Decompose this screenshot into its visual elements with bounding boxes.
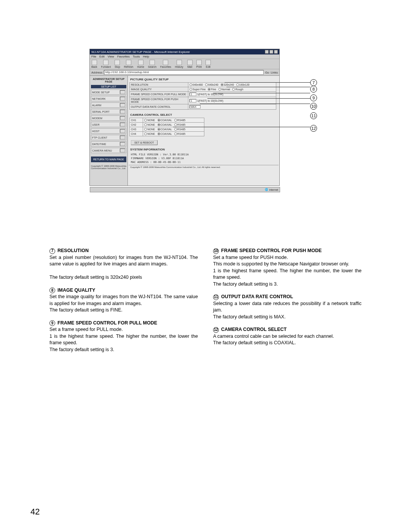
iq-opt-fine[interactable]: Fine <box>208 88 216 91</box>
cc4-rs485[interactable]: RS485 <box>174 133 185 135</box>
cc1-rs485[interactable]: RS485 <box>174 119 185 121</box>
tb-stop[interactable]: Stop <box>115 60 120 68</box>
pq-table: RESOLUTION 640x480 640x240 320x240 160x1… <box>129 82 276 110</box>
indicator-icon <box>120 136 125 139</box>
cc1-coax[interactable]: COAXIAL <box>158 119 172 121</box>
radio-icon <box>158 133 160 135</box>
set-reboot-button[interactable]: SET & REBOOT <box>131 140 158 145</box>
radio-icon <box>221 83 223 86</box>
row-output-value: MAX <box>188 104 276 110</box>
push-select[interactable]: 1 <box>190 99 196 102</box>
cc3-rs485[interactable]: RS485 <box>174 128 185 131</box>
num-11: 11 <box>213 294 219 300</box>
back-icon <box>92 60 97 65</box>
cc2-coax[interactable]: COAXIAL <box>158 123 172 126</box>
menu-tools[interactable]: Tools <box>133 55 140 58</box>
cc2-none[interactable]: NONE <box>144 123 155 126</box>
tb-history[interactable]: History <box>175 60 183 68</box>
cc-table: CH1 NONE COAXIAL RS485 CH2 NONE COAXIAL … <box>129 118 204 136</box>
mail-icon <box>187 60 193 65</box>
tb-mail[interactable]: Mail <box>187 60 193 68</box>
callout-10: 10 <box>310 103 317 110</box>
radio-icon <box>205 83 208 86</box>
title-8: IMAGE QUALITY <box>57 288 95 293</box>
sidebar-item-mode[interactable]: MODE SETUP <box>91 89 126 95</box>
indicator-icon <box>120 116 125 120</box>
content-panel: PICTURE QUALITY SETUP RESOLUTION 640x480… <box>128 76 279 185</box>
tb-fav[interactable]: Favorites <box>160 60 171 68</box>
tb-edit[interactable]: Edit <box>206 60 211 68</box>
tb-home[interactable]: Home <box>137 60 144 68</box>
iq-opt-normal[interactable]: Normal <box>218 88 230 91</box>
sidebar-item-host[interactable]: HOST <box>91 128 126 134</box>
tb-search[interactable]: Search <box>148 60 156 68</box>
cc3-none[interactable]: NONE <box>144 128 155 131</box>
cc4-coax[interactable]: COAXIAL <box>158 133 172 135</box>
tb-refresh[interactable]: Refresh <box>124 60 134 68</box>
menu-file[interactable]: File <box>91 55 96 58</box>
cc4-none[interactable]: NONE <box>144 133 155 135</box>
cc-ch3: CH3 <box>130 127 143 132</box>
menu-fav[interactable]: Favorites <box>117 55 130 58</box>
minimize-icon[interactable] <box>265 50 269 54</box>
window-buttons <box>265 50 278 54</box>
radio-icon <box>144 133 147 135</box>
iq-opt-rough[interactable]: Rough <box>232 88 243 91</box>
cc2-rs485[interactable]: RS485 <box>174 123 185 126</box>
sidebar-item-modem[interactable]: MODEM <box>91 115 126 121</box>
menu-edit[interactable]: Edit <box>99 55 105 58</box>
return-button[interactable]: RETURN TO MAIN PAGE <box>91 157 126 162</box>
row-push-value: 1 1(FAST) to 10(SLOW) <box>188 97 276 104</box>
callout-8: 8 <box>310 86 317 93</box>
maximize-icon[interactable] <box>269 50 273 54</box>
tb-print[interactable]: Print <box>196 60 202 68</box>
radio-icon <box>158 123 160 126</box>
row-pull-value: 1 1(FAST) to 10(SLOW) <box>188 92 276 97</box>
cc3-coax[interactable]: COAXIAL <box>158 128 172 131</box>
indicator-icon <box>120 97 125 101</box>
indicator-icon <box>120 90 125 94</box>
title-10: FRAME SPEED CONTROL FOR PUSH MODE <box>221 248 322 253</box>
sys-mac: MAC ADDRESS : 00-80-45-0D-00-11 <box>131 161 276 165</box>
cc-ch2-opts: NONE COAXIAL RS485 <box>143 123 204 127</box>
tb-back[interactable]: Back <box>91 60 97 68</box>
res-opt-320x240[interactable]: 320x240 <box>221 83 234 86</box>
links-label[interactable]: Links <box>271 71 278 74</box>
tb-forward[interactable]: Forward <box>101 60 111 68</box>
sidebar-item-date[interactable]: DATE/TIME <box>91 141 126 147</box>
menu-help[interactable]: Help <box>143 55 149 58</box>
radio-icon <box>174 123 177 126</box>
indicator-icon <box>120 142 125 146</box>
res-opt-160x120[interactable]: 160x120 <box>236 83 250 86</box>
pull-select[interactable]: 1 <box>190 93 196 96</box>
radio-icon <box>236 83 239 86</box>
row-push-label: FRAME SPEED CONTROL FOR PUSH MODE <box>130 97 188 104</box>
radio-icon <box>174 119 177 121</box>
pull-hint: 1(FAST) to 10(SLOW) <box>197 93 223 96</box>
go-button[interactable]: Go <box>265 71 269 74</box>
menu-view[interactable]: View <box>108 55 114 58</box>
stop-icon <box>115 60 120 65</box>
sidebar-item-network[interactable]: NETWORK <box>91 96 126 101</box>
radio-icon <box>174 133 177 135</box>
address-input[interactable]: http://192.168.0.10/nnsetup.html <box>104 70 263 75</box>
sidebar-item-serial[interactable]: SERIAL PORT <box>91 109 126 114</box>
num-9: 9 <box>49 320 55 326</box>
title-12: CAMERA CONTROL SELECT <box>221 327 287 332</box>
page-number: 42 <box>30 507 40 517</box>
sidebar-item-user[interactable]: USER <box>91 122 126 127</box>
iq-opt-superfine[interactable]: Super Fine <box>190 88 206 91</box>
sidebar-item-ftp[interactable]: FTP CLIENT <box>91 135 126 140</box>
output-select[interactable]: MAX <box>190 105 201 109</box>
sidebar-item-alarm[interactable]: ALARM <box>91 102 126 108</box>
callout-9: 9 <box>310 94 317 101</box>
item-10: 10FRAME SPEED CONTROL FOR PUSH MODE Set … <box>213 248 362 288</box>
close-icon[interactable] <box>274 50 278 54</box>
sidebar-item-camera[interactable]: CAMERA MENU <box>91 148 126 153</box>
title-7: RESOLUTION <box>57 248 89 253</box>
res-opt-640x240[interactable]: 640x240 <box>205 83 218 86</box>
status-text: Internet <box>269 189 278 191</box>
browser-window: WJ-NT104 ADMINISTRATOR SETUP PAGE - Micr… <box>89 49 280 186</box>
res-opt-640x480[interactable]: 640x480 <box>190 83 203 86</box>
cc1-none[interactable]: NONE <box>144 119 155 121</box>
